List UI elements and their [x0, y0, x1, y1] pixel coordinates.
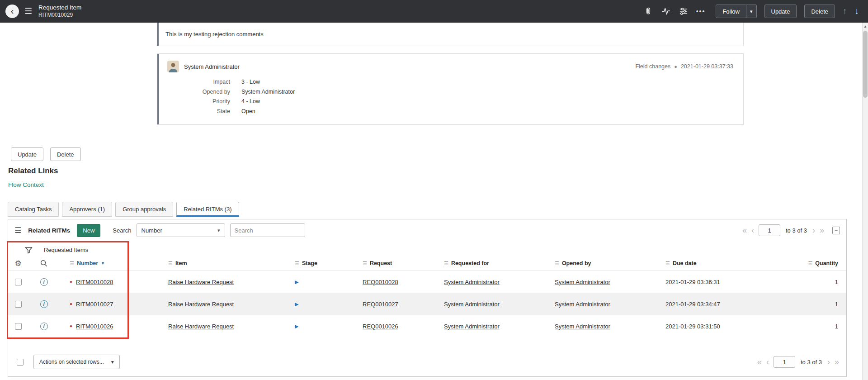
column-header-number[interactable]: ☰ Number ▼: [60, 260, 158, 266]
field-change-row: Impact 3 - Low: [162, 77, 743, 87]
opened-by-link[interactable]: System Administrator: [555, 323, 610, 330]
more-options-icon[interactable]: •••: [696, 8, 706, 15]
row-info-cell: i: [28, 278, 60, 286]
update-button-form[interactable]: Update: [11, 147, 43, 161]
page-number-input[interactable]: [774, 356, 795, 368]
list-search-input[interactable]: [230, 223, 305, 237]
ritm-number-link[interactable]: RITM0010027: [76, 301, 113, 308]
info-icon[interactable]: i: [40, 323, 48, 330]
stage-expand-icon[interactable]: ▶: [295, 301, 298, 307]
collapse-list-icon[interactable]: −: [832, 227, 840, 234]
filter-icon[interactable]: [24, 246, 33, 254]
column-menu-icon[interactable]: ☰: [295, 261, 299, 266]
opened-by-link[interactable]: System Administrator: [555, 279, 610, 285]
activity-meta: Field changes ● 2021-01-29 03:37:33: [635, 63, 733, 70]
follow-button[interactable]: Follow: [716, 5, 746, 18]
gear-icon[interactable]: ⚙: [14, 259, 21, 268]
page: ‹ ☰ Requested Item RITM0010029 •••: [0, 0, 868, 380]
scrollbar-thumb[interactable]: [863, 31, 868, 98]
delete-button-header[interactable]: Delete: [804, 5, 835, 18]
delete-button-form[interactable]: Delete: [50, 147, 81, 161]
item-link[interactable]: Raise Hardware Request: [168, 301, 234, 308]
follow-caret-icon[interactable]: ▾: [746, 5, 757, 18]
info-icon[interactable]: i: [40, 300, 48, 308]
item-link[interactable]: Raise Hardware Request: [168, 323, 234, 330]
tab-approvers[interactable]: Approvers (1): [62, 202, 112, 217]
column-menu-icon[interactable]: ☰: [665, 261, 670, 266]
request-link[interactable]: REQ0010028: [363, 279, 398, 285]
column-label: Item: [175, 260, 187, 266]
column-label: Number: [77, 260, 98, 266]
page-range-label: to 3 of 3: [786, 227, 807, 234]
stage-expand-icon[interactable]: ▶: [295, 279, 298, 285]
actions-on-selected-rows-select[interactable]: Actions on selected rows... ▾: [33, 355, 120, 369]
list-context-menu-icon[interactable]: ☰: [14, 226, 21, 235]
request-link[interactable]: REQ0010026: [363, 323, 398, 330]
column-menu-icon[interactable]: ☰: [808, 261, 812, 266]
request-link[interactable]: REQ0010027: [363, 301, 398, 308]
field-change-row: State Open: [162, 107, 743, 117]
row-info-cell: i: [28, 300, 60, 308]
column-menu-icon[interactable]: ☰: [70, 261, 74, 266]
personalize-form-icon[interactable]: [679, 6, 689, 16]
next-page-icon[interactable]: ›: [827, 358, 830, 366]
scroll-up-icon[interactable]: ▲: [863, 23, 868, 30]
column-label: Requested for: [451, 260, 489, 266]
tab-group-approvals[interactable]: Group approvals: [115, 202, 173, 217]
item-link[interactable]: Raise Hardware Request: [168, 279, 234, 285]
flow-context-link[interactable]: Flow Context: [8, 181, 44, 188]
next-record-icon[interactable]: ↓: [855, 6, 859, 16]
prev-page-icon[interactable]: ‹: [751, 226, 754, 234]
row-checkbox[interactable]: [15, 279, 22, 285]
last-page-icon[interactable]: »: [820, 226, 824, 234]
opened-by-link[interactable]: System Administrator: [555, 301, 610, 308]
column-header-request[interactable]: ☰ Request: [353, 260, 434, 266]
last-page-icon[interactable]: »: [835, 358, 839, 366]
search-field-select[interactable]: Number ▾: [137, 223, 225, 237]
breadcrumb[interactable]: Requested Items: [44, 247, 88, 253]
requested-for-link[interactable]: System Administrator: [444, 301, 500, 308]
update-button-header[interactable]: Update: [764, 5, 797, 18]
tab-catalog-tasks[interactable]: Catalog Tasks: [8, 202, 59, 217]
first-page-icon[interactable]: «: [742, 226, 747, 234]
request-cell: REQ0010027: [353, 301, 434, 308]
requested-for-link[interactable]: System Administrator: [444, 279, 500, 285]
vertical-scrollbar[interactable]: ▲: [862, 23, 868, 380]
column-header-quantity[interactable]: ☰ Quantity: [766, 260, 846, 266]
stage-expand-icon[interactable]: ▶: [295, 323, 298, 329]
new-button[interactable]: New: [77, 224, 100, 237]
column-header-due-date[interactable]: ☰ Due date: [656, 260, 766, 266]
requested-for-cell: System Administrator: [434, 301, 545, 308]
select-all-checkbox[interactable]: [17, 359, 24, 366]
column-header-requested-for[interactable]: ☰ Requested for: [434, 260, 545, 266]
actions-select-label: Actions on selected rows...: [39, 359, 104, 365]
attachment-icon[interactable]: [643, 6, 653, 16]
column-header-item[interactable]: ☰ Item: [158, 260, 285, 266]
due-date-cell: 2021-01-29 03:31:50: [656, 323, 766, 330]
prev-page-icon[interactable]: ‹: [766, 358, 769, 366]
info-icon[interactable]: i: [40, 278, 48, 286]
column-menu-icon[interactable]: ☰: [555, 261, 559, 266]
back-button[interactable]: ‹: [5, 5, 19, 18]
row-checkbox[interactable]: [15, 323, 22, 330]
opened-by-cell: System Administrator: [545, 301, 656, 308]
ritm-number-link[interactable]: RITM0010026: [76, 323, 113, 330]
page-number-input[interactable]: [759, 224, 780, 236]
column-menu-icon[interactable]: ☰: [168, 261, 173, 266]
item-cell: Raise Hardware Request: [158, 279, 285, 285]
first-page-icon[interactable]: «: [757, 358, 762, 366]
column-menu-icon[interactable]: ☰: [363, 261, 367, 266]
column-header-stage[interactable]: ☰ Stage: [285, 260, 353, 266]
ritm-number-link[interactable]: RITM0010028: [76, 279, 113, 285]
row-checkbox[interactable]: [15, 301, 22, 308]
requested-for-link[interactable]: System Administrator: [444, 323, 500, 330]
hamburger-menu-icon[interactable]: ☰: [24, 6, 32, 16]
tab-related-ritms[interactable]: Related RITMs (3): [176, 202, 239, 217]
search-cell: [28, 259, 60, 267]
previous-record-icon[interactable]: ↑: [843, 6, 847, 16]
activity-stream-icon[interactable]: [661, 6, 671, 16]
search-icon[interactable]: [40, 259, 48, 267]
column-menu-icon[interactable]: ☰: [444, 261, 448, 266]
next-page-icon[interactable]: ›: [812, 226, 815, 234]
column-header-opened-by[interactable]: ☰ Opened by: [545, 260, 656, 266]
